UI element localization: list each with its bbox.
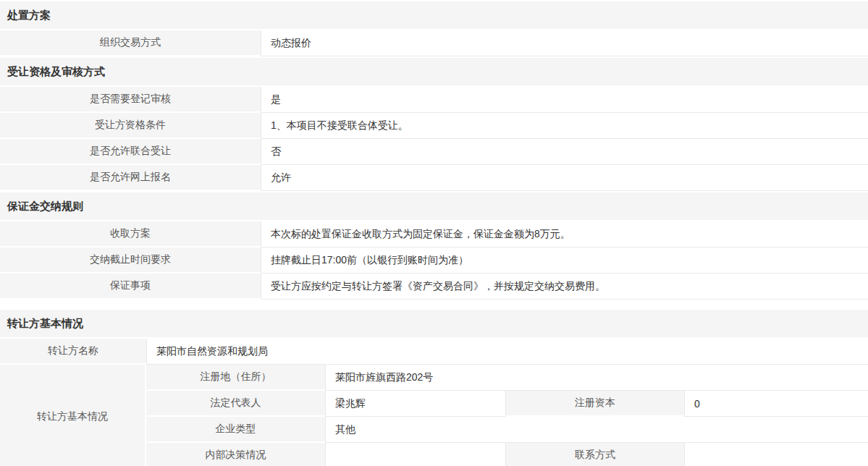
table-row: 内部决策情况 联系方式 (146, 443, 868, 466)
table-row: 组织交易方式 动态报价 (0, 30, 868, 56)
row-value: 否 (261, 139, 868, 165)
row-value: 梁兆辉 (325, 391, 505, 417)
row-label: 内部决策情况 (146, 443, 325, 466)
table-gap (0, 300, 868, 308)
table-row: 受让方资格条件 1、本项目不接受联合体受让。 (0, 113, 868, 139)
row-label: 法定代表人 (146, 391, 325, 417)
transferor-name-label: 转让方名称 (0, 339, 146, 365)
row-value: 莱阳市旌旗西路202号 (325, 365, 868, 391)
row-value: 受让方应按约定与转让方签署《资产交易合同》，并按规定交纳交易费用。 (261, 274, 868, 300)
asset-listing-detail-page: 处置方案 组织交易方式 动态报价 受让资格及审核方式 是否需要登记审核 是 受让… (0, 0, 868, 466)
table-row: 法定代表人 梁兆辉 注册资本 0 (146, 391, 868, 417)
row-label: 联系方式 (505, 443, 684, 466)
transferor-name-value: 莱阳市自然资源和规划局 (146, 339, 868, 365)
row-value (684, 443, 868, 466)
row-value (325, 443, 505, 466)
row-label: 注册资本 (505, 391, 684, 417)
row-value: 其他 (325, 417, 868, 443)
row-value: 挂牌截止日17:00前（以银行到账时间为准） (261, 247, 868, 274)
row-value: 是 (261, 87, 868, 113)
transferor-group-label: 转让方基本情况 (0, 365, 146, 466)
section-disposal-plan: 处置方案 组织交易方式 动态报价 (0, 0, 868, 56)
row-label: 注册地（住所） (146, 365, 325, 391)
section-title-disposal-plan: 处置方案 (0, 0, 868, 30)
table-row: 是否允许联合受让 否 (0, 139, 868, 165)
row-label: 保证事项 (0, 274, 261, 300)
transferor-detail-block: 转让方基本情况 注册地（住所） 莱阳市旌旗西路202号 法定代表人 梁兆辉 注册… (0, 365, 868, 466)
section-title-deposit-rules: 保证金交纳规则 (0, 191, 868, 221)
row-label: 是否允许联合受让 (0, 139, 261, 165)
section-deposit-rules: 保证金交纳规则 收取方案 本次标的处置保证金收取方式为固定保证金，保证金金额为8… (0, 191, 868, 300)
table-row: 注册地（住所） 莱阳市旌旗西路202号 (146, 365, 868, 391)
row-label: 收取方案 (0, 221, 261, 247)
table-row: 收取方案 本次标的处置保证金收取方式为固定保证金，保证金金额为8万元。 (0, 221, 868, 247)
row-label: 受让方资格条件 (0, 113, 261, 139)
row-label: 交纳截止时间要求 (0, 247, 261, 274)
row-value: 本次标的处置保证金收取方式为固定保证金，保证金金额为8万元。 (261, 221, 868, 247)
table-row: 是否需要登记审核 是 (0, 87, 868, 113)
table-row: 是否允许网上报名 允许 (0, 165, 868, 191)
section-title-transfer-qualification: 受让资格及审核方式 (0, 56, 868, 87)
row-value: 1、本项目不接受联合体受让。 (261, 113, 868, 139)
row-value: 动态报价 (261, 30, 868, 56)
table-row: 转让方名称 莱阳市自然资源和规划局 (0, 339, 868, 365)
section-transferor-info: 转让方基本情况 转让方名称 莱阳市自然资源和规划局 转让方基本情况 注册地（住所… (0, 308, 868, 466)
row-label: 组织交易方式 (0, 30, 261, 56)
table-row: 交纳截止时间要求 挂牌截止日17:00前（以银行到账时间为准） (0, 247, 868, 274)
row-label: 是否允许网上报名 (0, 165, 261, 191)
row-label: 企业类型 (146, 417, 325, 443)
table-row: 企业类型 其他 (146, 417, 868, 443)
section-transfer-qualification: 受让资格及审核方式 是否需要登记审核 是 受让方资格条件 1、本项目不接受联合体… (0, 56, 868, 191)
section-title-transferor-info: 转让方基本情况 (0, 308, 868, 339)
table-row: 保证事项 受让方应按约定与转让方签署《资产交易合同》，并按规定交纳交易费用。 (0, 274, 868, 300)
row-value: 允许 (261, 165, 868, 191)
transferor-detail-rows: 注册地（住所） 莱阳市旌旗西路202号 法定代表人 梁兆辉 注册资本 0 企业类… (146, 365, 868, 466)
row-label: 是否需要登记审核 (0, 87, 261, 113)
row-value: 0 (684, 391, 868, 417)
